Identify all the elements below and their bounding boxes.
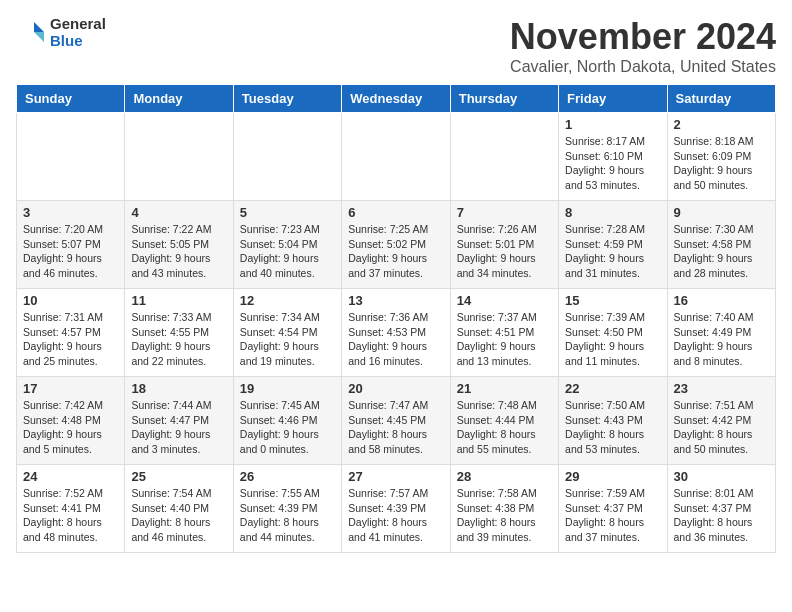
- calendar-cell: 30Sunrise: 8:01 AM Sunset: 4:37 PM Dayli…: [667, 465, 775, 553]
- header: General Blue November 2024 Cavalier, Nor…: [16, 16, 776, 76]
- day-info: Sunrise: 7:37 AM Sunset: 4:51 PM Dayligh…: [457, 310, 552, 369]
- calendar-cell: 25Sunrise: 7:54 AM Sunset: 4:40 PM Dayli…: [125, 465, 233, 553]
- day-number: 7: [457, 205, 552, 220]
- calendar-cell: 18Sunrise: 7:44 AM Sunset: 4:47 PM Dayli…: [125, 377, 233, 465]
- calendar-cell: 27Sunrise: 7:57 AM Sunset: 4:39 PM Dayli…: [342, 465, 450, 553]
- day-number: 23: [674, 381, 769, 396]
- calendar-cell: [233, 113, 341, 201]
- weekday-header-thursday: Thursday: [450, 85, 558, 113]
- week-row-1: 1Sunrise: 8:17 AM Sunset: 6:10 PM Daylig…: [17, 113, 776, 201]
- calendar-cell: 11Sunrise: 7:33 AM Sunset: 4:55 PM Dayli…: [125, 289, 233, 377]
- day-info: Sunrise: 7:28 AM Sunset: 4:59 PM Dayligh…: [565, 222, 660, 281]
- calendar-cell: 15Sunrise: 7:39 AM Sunset: 4:50 PM Dayli…: [559, 289, 667, 377]
- location-title: Cavalier, North Dakota, United States: [510, 58, 776, 76]
- calendar-cell: 17Sunrise: 7:42 AM Sunset: 4:48 PM Dayli…: [17, 377, 125, 465]
- day-number: 28: [457, 469, 552, 484]
- day-number: 20: [348, 381, 443, 396]
- calendar-cell: 19Sunrise: 7:45 AM Sunset: 4:46 PM Dayli…: [233, 377, 341, 465]
- calendar-cell: 4Sunrise: 7:22 AM Sunset: 5:05 PM Daylig…: [125, 201, 233, 289]
- week-row-2: 3Sunrise: 7:20 AM Sunset: 5:07 PM Daylig…: [17, 201, 776, 289]
- day-info: Sunrise: 7:33 AM Sunset: 4:55 PM Dayligh…: [131, 310, 226, 369]
- title-area: November 2024 Cavalier, North Dakota, Un…: [510, 16, 776, 76]
- svg-marker-0: [34, 22, 44, 32]
- calendar-cell: 14Sunrise: 7:37 AM Sunset: 4:51 PM Dayli…: [450, 289, 558, 377]
- calendar-cell: 8Sunrise: 7:28 AM Sunset: 4:59 PM Daylig…: [559, 201, 667, 289]
- day-info: Sunrise: 7:59 AM Sunset: 4:37 PM Dayligh…: [565, 486, 660, 545]
- calendar-cell: 6Sunrise: 7:25 AM Sunset: 5:02 PM Daylig…: [342, 201, 450, 289]
- day-info: Sunrise: 7:57 AM Sunset: 4:39 PM Dayligh…: [348, 486, 443, 545]
- calendar-cell: [342, 113, 450, 201]
- day-number: 10: [23, 293, 118, 308]
- day-info: Sunrise: 7:50 AM Sunset: 4:43 PM Dayligh…: [565, 398, 660, 457]
- day-number: 19: [240, 381, 335, 396]
- calendar-cell: 13Sunrise: 7:36 AM Sunset: 4:53 PM Dayli…: [342, 289, 450, 377]
- day-number: 6: [348, 205, 443, 220]
- day-info: Sunrise: 7:40 AM Sunset: 4:49 PM Dayligh…: [674, 310, 769, 369]
- day-info: Sunrise: 7:52 AM Sunset: 4:41 PM Dayligh…: [23, 486, 118, 545]
- day-number: 12: [240, 293, 335, 308]
- day-number: 4: [131, 205, 226, 220]
- day-number: 1: [565, 117, 660, 132]
- calendar-cell: 23Sunrise: 7:51 AM Sunset: 4:42 PM Dayli…: [667, 377, 775, 465]
- day-number: 21: [457, 381, 552, 396]
- weekday-header-tuesday: Tuesday: [233, 85, 341, 113]
- day-info: Sunrise: 7:58 AM Sunset: 4:38 PM Dayligh…: [457, 486, 552, 545]
- calendar-cell: 9Sunrise: 7:30 AM Sunset: 4:58 PM Daylig…: [667, 201, 775, 289]
- day-info: Sunrise: 7:23 AM Sunset: 5:04 PM Dayligh…: [240, 222, 335, 281]
- day-info: Sunrise: 7:48 AM Sunset: 4:44 PM Dayligh…: [457, 398, 552, 457]
- day-number: 11: [131, 293, 226, 308]
- calendar-cell: 5Sunrise: 7:23 AM Sunset: 5:04 PM Daylig…: [233, 201, 341, 289]
- day-number: 24: [23, 469, 118, 484]
- weekday-header-monday: Monday: [125, 85, 233, 113]
- logo-text: General Blue: [50, 16, 106, 49]
- day-number: 27: [348, 469, 443, 484]
- day-info: Sunrise: 7:26 AM Sunset: 5:01 PM Dayligh…: [457, 222, 552, 281]
- calendar-cell: 24Sunrise: 7:52 AM Sunset: 4:41 PM Dayli…: [17, 465, 125, 553]
- day-number: 26: [240, 469, 335, 484]
- weekday-header-saturday: Saturday: [667, 85, 775, 113]
- day-info: Sunrise: 7:30 AM Sunset: 4:58 PM Dayligh…: [674, 222, 769, 281]
- weekday-header-sunday: Sunday: [17, 85, 125, 113]
- day-info: Sunrise: 7:22 AM Sunset: 5:05 PM Dayligh…: [131, 222, 226, 281]
- calendar-cell: 20Sunrise: 7:47 AM Sunset: 4:45 PM Dayli…: [342, 377, 450, 465]
- calendar-cell: 3Sunrise: 7:20 AM Sunset: 5:07 PM Daylig…: [17, 201, 125, 289]
- day-number: 14: [457, 293, 552, 308]
- day-info: Sunrise: 7:25 AM Sunset: 5:02 PM Dayligh…: [348, 222, 443, 281]
- day-info: Sunrise: 7:55 AM Sunset: 4:39 PM Dayligh…: [240, 486, 335, 545]
- week-row-5: 24Sunrise: 7:52 AM Sunset: 4:41 PM Dayli…: [17, 465, 776, 553]
- day-number: 17: [23, 381, 118, 396]
- day-number: 9: [674, 205, 769, 220]
- day-info: Sunrise: 8:01 AM Sunset: 4:37 PM Dayligh…: [674, 486, 769, 545]
- day-info: Sunrise: 7:44 AM Sunset: 4:47 PM Dayligh…: [131, 398, 226, 457]
- day-info: Sunrise: 8:18 AM Sunset: 6:09 PM Dayligh…: [674, 134, 769, 193]
- day-number: 3: [23, 205, 118, 220]
- calendar-cell: 22Sunrise: 7:50 AM Sunset: 4:43 PM Dayli…: [559, 377, 667, 465]
- calendar-table: SundayMondayTuesdayWednesdayThursdayFrid…: [16, 84, 776, 553]
- day-number: 30: [674, 469, 769, 484]
- day-info: Sunrise: 7:51 AM Sunset: 4:42 PM Dayligh…: [674, 398, 769, 457]
- day-info: Sunrise: 7:20 AM Sunset: 5:07 PM Dayligh…: [23, 222, 118, 281]
- calendar-cell: [450, 113, 558, 201]
- day-info: Sunrise: 7:45 AM Sunset: 4:46 PM Dayligh…: [240, 398, 335, 457]
- week-row-3: 10Sunrise: 7:31 AM Sunset: 4:57 PM Dayli…: [17, 289, 776, 377]
- calendar-cell: 16Sunrise: 7:40 AM Sunset: 4:49 PM Dayli…: [667, 289, 775, 377]
- calendar-cell: 12Sunrise: 7:34 AM Sunset: 4:54 PM Dayli…: [233, 289, 341, 377]
- day-number: 25: [131, 469, 226, 484]
- day-info: Sunrise: 7:47 AM Sunset: 4:45 PM Dayligh…: [348, 398, 443, 457]
- month-title: November 2024: [510, 16, 776, 58]
- calendar-cell: 29Sunrise: 7:59 AM Sunset: 4:37 PM Dayli…: [559, 465, 667, 553]
- week-row-4: 17Sunrise: 7:42 AM Sunset: 4:48 PM Dayli…: [17, 377, 776, 465]
- day-number: 29: [565, 469, 660, 484]
- calendar-cell: 2Sunrise: 8:18 AM Sunset: 6:09 PM Daylig…: [667, 113, 775, 201]
- logo: General Blue: [16, 16, 106, 49]
- weekday-header-wednesday: Wednesday: [342, 85, 450, 113]
- day-info: Sunrise: 7:34 AM Sunset: 4:54 PM Dayligh…: [240, 310, 335, 369]
- day-info: Sunrise: 7:42 AM Sunset: 4:48 PM Dayligh…: [23, 398, 118, 457]
- logo-icon: [16, 18, 46, 48]
- day-info: Sunrise: 8:17 AM Sunset: 6:10 PM Dayligh…: [565, 134, 660, 193]
- day-number: 8: [565, 205, 660, 220]
- day-number: 2: [674, 117, 769, 132]
- day-number: 13: [348, 293, 443, 308]
- weekday-header-row: SundayMondayTuesdayWednesdayThursdayFrid…: [17, 85, 776, 113]
- weekday-header-friday: Friday: [559, 85, 667, 113]
